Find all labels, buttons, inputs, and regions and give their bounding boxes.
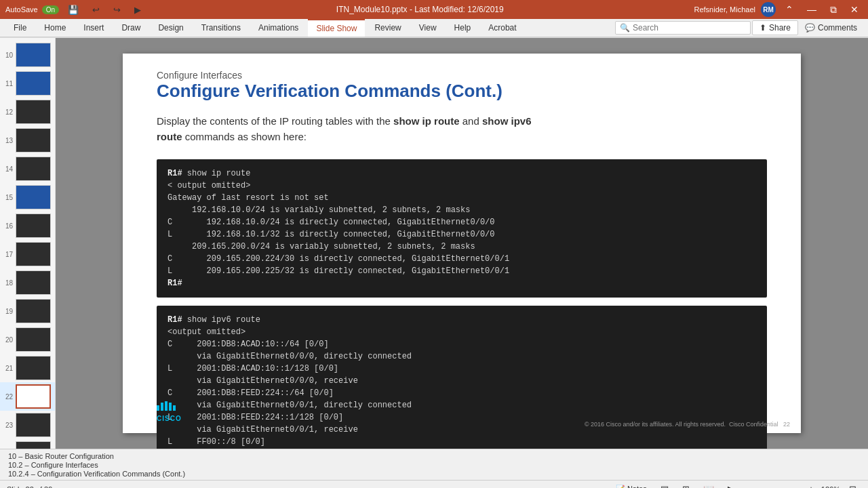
slide-footer: © 2016 Cisco and/or its affiliates. All …	[585, 420, 790, 428]
slide-thumb-16[interactable]: 16	[0, 211, 55, 240]
notes-button[interactable]: 📝 Notes	[611, 482, 652, 488]
slide-thumb-20[interactable]: 20	[0, 325, 55, 354]
slide-preview-22	[16, 384, 51, 409]
slide-preview-23	[16, 413, 51, 437]
slide-body: Display the contents of the IP routing t…	[123, 107, 801, 159]
slide-preview-12	[16, 100, 51, 124]
slide-thumb-12[interactable]: 12	[0, 98, 55, 126]
code-line-1-7: C 209.165.200.224/30 is directly connect…	[167, 253, 756, 265]
breadcrumb-1: 10 – Basic Router Configuration	[8, 452, 860, 460]
breadcrumb-2: 10.2 – Configure Interfaces	[8, 461, 860, 469]
present-icon[interactable]: ▶	[130, 2, 146, 18]
tab-transitions[interactable]: Transitions	[193, 20, 249, 36]
svg-rect-4	[173, 405, 176, 411]
code-line-2-4: L 2001:DB8:ACAD:10::1/128 [0/0]	[167, 363, 756, 375]
tab-home[interactable]: Home	[36, 20, 74, 36]
ribbon-toggle-btn[interactable]: ⌃	[781, 3, 797, 16]
bold-route: route	[157, 131, 182, 142]
status-left: Slide 22 of 39	[7, 485, 52, 489]
code-line-1-6: 209.165.200.0/24 is variably subnetted, …	[167, 241, 756, 253]
comments-button[interactable]: 💬 Comments	[800, 21, 863, 35]
code-line-1-3: 192.168.10.0/24 is variably subnetted, 2…	[167, 204, 756, 216]
slide-thumb-17[interactable]: 17	[0, 240, 55, 268]
slide-thumb-14[interactable]: 14	[0, 155, 55, 183]
slide-preview-16	[16, 214, 51, 238]
tab-review[interactable]: Review	[366, 20, 409, 36]
share-button[interactable]: ⬆ Share	[752, 20, 798, 35]
svg-rect-0	[157, 405, 159, 411]
autosave-toggle[interactable]: On	[42, 5, 59, 14]
tab-help[interactable]: Help	[446, 20, 479, 36]
title-bar-left: AutoSave On 💾 ↩ ↪ ▶	[5, 2, 146, 18]
slide-thumb-19[interactable]: 19	[0, 297, 55, 325]
slide-thumb-24[interactable]: 24	[0, 439, 55, 449]
close-btn[interactable]: ✕	[846, 3, 863, 16]
main-layout: 10 11 12 13 14 15 16 17	[0, 38, 868, 449]
footer-text: © 2016 Cisco and/or its affiliates. All …	[585, 421, 790, 428]
slide-thumb-11[interactable]: 11	[0, 69, 55, 98]
title-bar-right: Refsnider, Michael RM ⌃ — ⧉ ✕	[694, 2, 863, 17]
code-line-2-2: C 2001:DB8:ACAD:10::/64 [0/0]	[167, 338, 756, 350]
zoom-level: 126%	[821, 485, 840, 489]
slideshow-btn[interactable]: ▶	[723, 481, 739, 488]
tab-view[interactable]: View	[411, 20, 445, 36]
tab-draw[interactable]: Draw	[113, 20, 149, 36]
code-line-1-1: < output omitted>	[167, 180, 756, 192]
ribbon: File Home Insert Draw Design Transitions…	[0, 19, 868, 38]
status-right: 📝 Notes ▤ ⊞ 📖 ▶ − + 126% ⊡	[611, 481, 861, 488]
status-bar: Slide 22 of 39 📝 Notes ▤ ⊞ 📖 ▶ − + 126% …	[0, 480, 868, 488]
code-line-2-11: via Null0, receive	[167, 448, 756, 449]
redo-icon[interactable]: ↪	[108, 2, 125, 18]
slide-thumb-10[interactable]: 10	[0, 41, 55, 69]
slide-header: Configure Interfaces Configure Verificat…	[123, 54, 801, 107]
search-input[interactable]	[633, 23, 741, 33]
svg-rect-2	[165, 401, 167, 411]
tab-insert[interactable]: Insert	[75, 20, 112, 36]
slide-preview-13	[16, 128, 51, 152]
title-bar: AutoSave On 💾 ↩ ↪ ▶ ITN_Module10.pptx - …	[0, 0, 868, 19]
code-line-1-4: C 192.168.10.0/24 is directly connected,…	[167, 216, 756, 228]
slide-thumb-23[interactable]: 23	[0, 411, 55, 439]
zoom-in-btn[interactable]: +	[804, 481, 818, 488]
autosave-label: AutoSave	[5, 5, 38, 14]
cisco-logo: CISCO	[157, 400, 191, 422]
search-icon: 🔍	[620, 23, 630, 33]
code-block-1: R1# show ip route < output omitted> Gate…	[157, 159, 767, 298]
user-name: Refsnider, Michael	[694, 5, 756, 14]
slide-preview-18	[16, 270, 51, 295]
tab-acrobat[interactable]: Acrobat	[480, 20, 524, 36]
slide-thumb-21[interactable]: 21	[0, 354, 55, 382]
tab-design[interactable]: Design	[150, 20, 191, 36]
ribbon-tabs: File Home Insert Draw Design Transitions…	[0, 19, 868, 37]
restore-btn[interactable]: ⧉	[826, 3, 841, 17]
slide-panel: 10 11 12 13 14 15 16 17	[0, 38, 56, 449]
user-avatar: RM	[761, 2, 776, 17]
tab-slideshow[interactable]: Slide Show	[308, 19, 365, 37]
code-line-1-8: L 209.165.200.225/32 is directly connect…	[167, 265, 756, 277]
reading-view-btn[interactable]: 📖	[698, 481, 719, 488]
slide-preview-14	[16, 157, 51, 181]
normal-view-btn[interactable]: ▤	[656, 481, 673, 488]
fit-slide-btn[interactable]: ⊡	[844, 481, 861, 488]
tab-animations[interactable]: Animations	[250, 20, 307, 36]
zoom-out-btn[interactable]: −	[743, 481, 758, 488]
save-icon[interactable]: 💾	[63, 2, 83, 18]
slide-sorter-btn[interactable]: ⊞	[677, 481, 694, 488]
svg-rect-1	[161, 403, 163, 411]
slide-preview-17	[16, 242, 51, 266]
minimize-btn[interactable]: —	[803, 3, 821, 16]
code-line-1-0: R1# show ip route	[167, 167, 756, 180]
bold-show-ip-route: show ip route	[393, 115, 460, 127]
slide-thumb-15[interactable]: 15	[0, 183, 55, 211]
share-icon: ⬆	[760, 23, 766, 33]
slide-thumb-22[interactable]: 22	[0, 382, 55, 411]
code-line-2-10: L FF00::/8 [0/0]	[167, 436, 756, 448]
slide-subtitle: Configure Interfaces	[157, 70, 767, 81]
slide-preview-24	[16, 441, 51, 449]
slide-thumb-18[interactable]: 18	[0, 268, 55, 297]
code-line-2-3: via GigabitEthernet0/0/0, directly conne…	[167, 350, 756, 363]
notes-icon: 📝	[616, 485, 625, 488]
tab-file[interactable]: File	[5, 20, 35, 36]
slide-thumb-13[interactable]: 13	[0, 126, 55, 155]
undo-icon[interactable]: ↩	[87, 2, 104, 18]
